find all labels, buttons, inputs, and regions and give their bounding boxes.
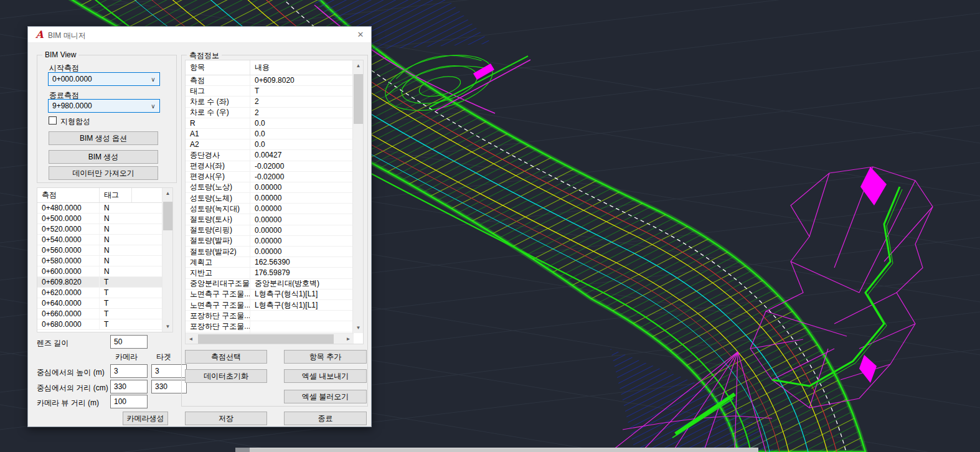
table-row[interactable]: 0+540.0000N	[37, 235, 162, 245]
table-row[interactable]: 노면측구 구조물...L형측구(형식1)[L1]	[186, 300, 352, 311]
table-cell: 2	[250, 97, 352, 106]
table-cell: 0+560.0000	[37, 245, 100, 255]
table-row[interactable]: 0+680.0000T	[37, 319, 162, 330]
autocad-logo-icon: A	[34, 29, 45, 40]
scroll-up-icon[interactable]: ▲	[163, 188, 173, 199]
table-row[interactable]: 차로 수 (좌)2	[186, 97, 352, 107]
scroll-down-icon[interactable]: ▼	[353, 323, 364, 333]
table-row[interactable]: 0+500.0000N	[37, 214, 162, 224]
data-only-import-button[interactable]: 데이터만 가져오기	[49, 166, 158, 180]
table-cell: 0+620.0000	[37, 288, 100, 298]
column-header[interactable]: 측점	[37, 188, 100, 202]
table-cell: 162.56390	[250, 257, 352, 267]
close-icon[interactable]: ✕	[354, 29, 367, 41]
terrain-merge-checkbox[interactable]	[49, 116, 57, 125]
table-row[interactable]: 0+480.0000N	[37, 203, 162, 214]
station-table-scrollbar[interactable]: ▲ ▼	[162, 188, 172, 332]
info-table-hscrollbar[interactable]: ◄ ►	[186, 333, 354, 344]
table-cell: T	[250, 86, 352, 96]
table-row[interactable]: 절토량(리핑)0.00000	[186, 225, 352, 236]
table-row[interactable]: 성토량(노체)0.00000	[186, 193, 352, 204]
exit-button[interactable]: 종료	[284, 412, 367, 425]
table-row[interactable]: 절토량(토사)0.00000	[186, 214, 352, 225]
table-cell: N	[100, 214, 132, 224]
table-row[interactable]: 0+560.0000N	[37, 245, 162, 256]
table-row[interactable]: 태그T	[186, 86, 352, 97]
table-row[interactable]: 차로 수 (우)2	[186, 108, 352, 118]
table-cell: 2	[250, 108, 352, 118]
reset-data-button[interactable]: 데이터초기화	[185, 369, 267, 383]
table-cell: T	[100, 277, 132, 287]
scroll-right-icon[interactable]: ►	[343, 334, 354, 344]
table-cell: 절토량(발파2)	[186, 247, 250, 257]
camera-view-distance-field[interactable]	[110, 395, 148, 408]
add-item-button[interactable]: 항목 추가	[284, 350, 367, 364]
table-cell: 176.59879	[250, 268, 352, 278]
table-row[interactable]: 종단경사0.00427	[186, 150, 352, 161]
bim-generate-button[interactable]: BIM 생성	[49, 150, 158, 164]
table-cell: 측점	[186, 75, 250, 85]
table-cell: 0+580.0000	[37, 256, 100, 266]
table-row[interactable]: 측점0+609.8020	[186, 75, 352, 86]
camera-view-distance-label: 카메라 뷰 거리 (m)	[37, 398, 99, 408]
start-station-combo[interactable]: 0+000.0000 ∨	[48, 72, 160, 86]
table-row[interactable]: 0+580.0000N	[37, 256, 162, 266]
scrollbar-thumb[interactable]	[163, 202, 172, 230]
table-row[interactable]: A20.0	[186, 139, 352, 150]
table-cell: -0.02000	[250, 172, 352, 182]
table-row[interactable]: 절토량(발파2)0.00000	[186, 247, 352, 257]
table-row[interactable]: 포장하단 구조물...	[186, 311, 352, 321]
column-header[interactable]: 항목	[186, 60, 250, 75]
table-row[interactable]: 0+660.0000T	[37, 309, 162, 319]
table-row[interactable]: 0+609.8020T	[37, 277, 162, 288]
table-cell: 0+540.0000	[37, 235, 100, 245]
table-row[interactable]: 계획고162.56390	[186, 257, 352, 268]
bim-options-button[interactable]: BIM 생성 옵션	[49, 131, 158, 145]
table-row[interactable]: 0+640.0000T	[37, 298, 162, 309]
table-row[interactable]: 0+520.0000N	[37, 224, 162, 235]
scroll-left-icon[interactable]: ◄	[186, 334, 196, 344]
terrain-merge-label: 지형합성	[60, 116, 90, 127]
table-row[interactable]: R0.0	[186, 118, 352, 129]
table-row[interactable]: 절토량(발파)0.00000	[186, 236, 352, 247]
scrollbar-thumb[interactable]	[198, 334, 334, 344]
camera-column-label: 카메라	[115, 352, 138, 362]
table-row[interactable]: 포장하단 구조물...	[186, 321, 352, 332]
select-station-button[interactable]: 측점선택	[185, 350, 267, 364]
table-cell: N	[100, 245, 132, 255]
table-cell: 0+600.0000	[37, 266, 100, 276]
center-distance-label: 중심에서의 거리 (cm)	[37, 383, 108, 393]
scrollbar-thumb[interactable]	[354, 74, 363, 124]
table-row[interactable]: A10.0	[186, 129, 352, 139]
end-station-combo[interactable]: 9+980.0000 ∨	[48, 99, 160, 113]
table-cell: 0.00000	[250, 225, 352, 235]
table-row[interactable]: 중앙분리대구조물중앙분리대(방호벽)	[186, 279, 352, 290]
scroll-up-icon[interactable]: ▲	[353, 60, 364, 71]
create-camera-button[interactable]: 카메라생성	[123, 412, 168, 425]
table-row[interactable]: 0+600.0000N	[37, 266, 162, 277]
scroll-down-icon[interactable]: ▼	[163, 321, 173, 332]
save-button[interactable]: 저장	[185, 412, 267, 425]
table-row[interactable]: 노면측구 구조물...L형측구(형식1)[L1]	[186, 290, 352, 300]
excel-import-button[interactable]: 엑셀 불러오기	[284, 390, 367, 403]
dialog-titlebar[interactable]: A BIM 매니저 ✕	[28, 27, 371, 43]
center-height-camera-field[interactable]	[110, 364, 148, 378]
table-cell: 0.0	[250, 118, 352, 128]
table-cell: A1	[186, 129, 250, 139]
command-bar-grip[interactable]	[235, 448, 250, 452]
column-header[interactable]: 태그	[100, 188, 132, 202]
column-header[interactable]: 내용	[250, 60, 352, 75]
table-cell: 노면측구 구조물...	[186, 300, 250, 310]
lens-length-field[interactable]	[110, 335, 148, 349]
table-row[interactable]: 지반고176.59879	[186, 268, 352, 278]
table-row[interactable]: 0+620.0000T	[37, 288, 162, 298]
info-table-vscrollbar[interactable]: ▲ ▼	[352, 60, 363, 333]
excel-export-button[interactable]: 엑셀 내보내기	[284, 369, 367, 383]
table-row[interactable]: 편경사(좌)-0.02000	[186, 161, 352, 172]
center-distance-camera-field[interactable]	[110, 380, 148, 393]
table-row[interactable]: 편경사(우)-0.02000	[186, 172, 352, 182]
table-row[interactable]: 성토량(녹지대)0.00000	[186, 204, 352, 214]
table-cell: 0+520.0000	[37, 224, 100, 234]
table-row[interactable]: 성토량(노상)0.00000	[186, 182, 352, 193]
command-bar-edge[interactable]	[235, 448, 758, 452]
